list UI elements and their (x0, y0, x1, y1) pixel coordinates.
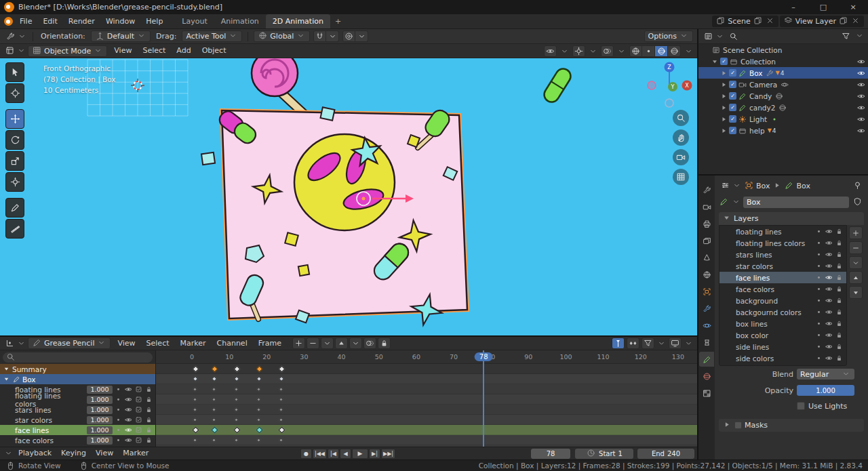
layer-hide-eye-icon[interactable] (825, 273, 833, 282)
tool-settings-editor-button[interactable] (4, 30, 17, 42)
keyframe-diamond[interactable] (278, 427, 285, 434)
workspace-tab-2d-animation[interactable]: 2D Animation (266, 14, 330, 28)
viewport-menu-add[interactable]: Add (171, 44, 196, 58)
keyframe-diamond[interactable] (212, 387, 216, 392)
keyframe-diamond[interactable] (233, 427, 240, 434)
proportional-dropdown[interactable] (355, 30, 368, 42)
layer-lock-icon[interactable] (835, 227, 844, 236)
layer-lock-icon[interactable] (835, 354, 844, 363)
pin-id-button[interactable] (851, 180, 864, 191)
layer-row-stars-lines[interactable]: stars lines (719, 249, 846, 260)
playback-menu-marker[interactable]: Marker (118, 447, 153, 459)
move-tool[interactable] (5, 109, 24, 129)
next-keyframe-button[interactable]: ▶| (369, 449, 380, 459)
zoom-button[interactable] (673, 110, 689, 126)
keyframe-diamond[interactable] (193, 366, 199, 373)
layer-lock-icon[interactable] (835, 250, 844, 259)
toggle-ortho-button[interactable] (673, 169, 689, 185)
maximize-button[interactable]: □ (808, 0, 838, 14)
shading-wireframe-button[interactable] (629, 45, 642, 57)
keyframe-dropdown[interactable] (321, 337, 334, 349)
channel-lock-icon[interactable] (144, 415, 153, 424)
channel-object-box[interactable]: Box (0, 374, 155, 384)
datablock-name-field[interactable]: Box (743, 197, 849, 208)
layer-hide-eye-icon[interactable] (825, 308, 833, 316)
keyframe-diamond[interactable] (279, 407, 283, 412)
hide-in-viewport-eye-icon[interactable] (856, 80, 865, 89)
keyframe-diamond[interactable] (256, 397, 261, 402)
outliner-filter-button[interactable] (840, 30, 852, 42)
channel-lock-icon[interactable] (144, 426, 153, 434)
ghost-frames-button[interactable] (363, 337, 376, 349)
layer-hide-eye-icon[interactable] (825, 296, 833, 305)
masks-panel-header[interactable]: Masks (719, 419, 864, 432)
outliner-row-camera[interactable]: ✓Camera (698, 79, 868, 90)
layer-hide-eye-icon[interactable] (825, 262, 833, 270)
dopesheet-menu-marker[interactable]: Marker (175, 337, 212, 350)
outliner-row-box[interactable]: ✓Box▼4 (698, 67, 868, 79)
channel-lock-icon[interactable] (144, 405, 153, 414)
properties-tab-output[interactable] (699, 216, 714, 231)
keyframe-row-summary[interactable] (156, 364, 697, 374)
collection-checkbox[interactable]: ✓ (729, 69, 736, 77)
layer-lock-icon[interactable] (835, 285, 844, 293)
layer-specials-button[interactable] (849, 256, 863, 269)
play-reverse-button[interactable]: ◀ (340, 449, 351, 459)
face-drawing[interactable] (294, 134, 395, 230)
layer-row-box-color[interactable]: box color (719, 329, 846, 341)
layer-lock-icon[interactable] (835, 296, 844, 305)
channel-opacity-field[interactable]: 1.000 (87, 406, 113, 414)
3d-viewport[interactable]: Z Y X Front Orthographic(78) Collection … (0, 58, 697, 335)
dopesheet-mode-dropdown[interactable]: Grease Pencil (28, 337, 111, 349)
outliner-search-button[interactable] (727, 30, 740, 42)
layer-hide-eye-icon[interactable] (825, 285, 833, 293)
menu-help[interactable]: Help (140, 15, 168, 28)
play-button[interactable]: ▶ (352, 449, 368, 459)
drag-dropdown[interactable]: Active Tool (182, 30, 242, 42)
keyframe-diamond[interactable] (193, 417, 197, 422)
outliner-row-collection[interactable]: ✓Collection (698, 56, 868, 67)
keyframe-region[interactable]: 0102030405060708090100110120130 78 (156, 350, 697, 447)
outliner-row-light[interactable]: ✓Light (698, 113, 868, 125)
add-workspace-button[interactable]: + (330, 14, 346, 28)
display-options-button[interactable] (669, 337, 682, 349)
outliner-row-candy[interactable]: ✓Candy (698, 90, 868, 102)
layer-hide-eye-icon[interactable] (825, 354, 833, 363)
channel-face-lines[interactable]: face lines1.000 (0, 425, 155, 435)
viewport-menu-object[interactable]: Object (197, 44, 232, 58)
layer-row-floating-lines[interactable]: floating lines (719, 226, 846, 237)
collection-checkbox[interactable]: ✓ (729, 127, 736, 134)
properties-tab-tool[interactable] (699, 182, 714, 197)
layer-hide-eye-icon[interactable] (825, 239, 833, 247)
add-layer-button[interactable] (849, 226, 863, 239)
keyframe-diamond[interactable] (256, 407, 261, 412)
use-lights-checkbox[interactable] (797, 402, 805, 410)
keyframe-diamond[interactable] (193, 376, 198, 382)
layer-row-face-colors[interactable]: face colors (719, 283, 846, 295)
menu-file[interactable]: File (14, 15, 37, 28)
keyframe-diamond[interactable] (233, 376, 239, 382)
blend-mode-dropdown[interactable]: Regular (797, 369, 854, 380)
channel-floating-lines-colors[interactable]: floating lines colors1.000 (0, 394, 155, 405)
keyframe-diamond[interactable] (212, 438, 216, 443)
layer-row-background[interactable]: background (719, 295, 846, 306)
keyframe-row-box[interactable] (156, 374, 697, 384)
keyframe-diamond[interactable] (193, 427, 199, 434)
transform-orientation-dropdown[interactable]: Global (254, 30, 310, 42)
layers-panel-header[interactable]: Layers (719, 212, 864, 225)
playback-menu-keying[interactable]: Keying (56, 447, 91, 459)
menu-render[interactable]: Render (63, 15, 100, 28)
viewport-editor-type-button[interactable] (3, 45, 16, 56)
playhead[interactable] (483, 350, 484, 447)
outliner-row-candy2[interactable]: ✓candy2 (698, 102, 868, 113)
dopesheet-menu-channel[interactable]: Channel (212, 337, 253, 350)
keyframe-diamond[interactable] (279, 417, 283, 422)
channel-eye-icon[interactable] (124, 405, 133, 414)
channel-onion-icon[interactable] (134, 436, 143, 445)
pan-view-button[interactable] (673, 129, 689, 146)
collection-checkbox[interactable]: ✓ (729, 115, 736, 123)
channel-search[interactable] (0, 350, 155, 364)
menu-edit[interactable]: Edit (37, 15, 62, 28)
collection-checkbox[interactable]: ✓ (729, 92, 736, 100)
layer-row-backgournd-colors[interactable]: backgournd colors (719, 306, 846, 318)
